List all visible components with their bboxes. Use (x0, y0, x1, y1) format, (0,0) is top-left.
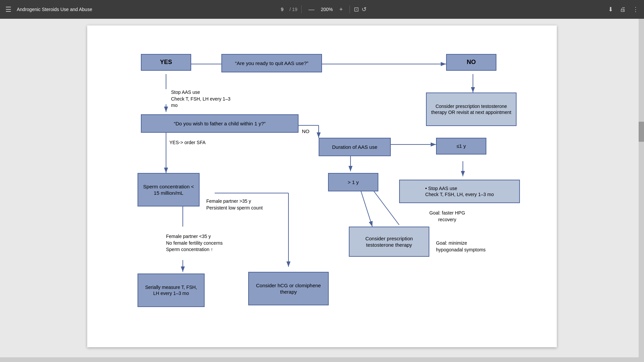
rotate-icon[interactable]: ↺ (362, 6, 367, 13)
no-main-box: NO (446, 54, 496, 71)
pdf-page: YES “Are you ready to quit AAS use?” NO … (87, 25, 557, 347)
question1-box: “Are you ready to quit AAS use?” (221, 54, 322, 72)
goal-minimize-text: Goal: minimize hypogonadal symptoms (436, 240, 496, 253)
gt1y-box: > 1 y (328, 173, 378, 191)
stop-check-box: • Stop AAS use Check T, FSH, LH, every 1… (399, 180, 520, 203)
yes-box: YES (141, 54, 191, 71)
fit-page-icon[interactable]: ⊡ (354, 6, 359, 13)
menu-icon[interactable]: ☰ (5, 5, 11, 13)
yes-sfa-text: YES-> order SFA (169, 139, 206, 146)
more-options-icon[interactable]: ⋮ (633, 6, 639, 13)
scrollbar-right[interactable] (639, 19, 644, 362)
zoom-in-button[interactable]: + (336, 5, 345, 14)
download-icon[interactable]: ⬇ (608, 6, 613, 13)
print-icon[interactable]: 🖨 (620, 6, 626, 13)
consider-rx2-box: Consider prescription testosterone thera… (349, 227, 429, 257)
page-separator: / 19 (289, 7, 297, 12)
document-title: Androgenic Steroids Use and Abuse (17, 7, 92, 12)
le1y-box: ≤1 y (436, 138, 486, 155)
scrollbar-thumb[interactable] (639, 122, 644, 142)
female-gt35-text: Female partner >35 y Persistent low sper… (206, 198, 287, 211)
hcg-box: Consider hCG or clomiphene therapy (248, 272, 329, 305)
zoom-out-button[interactable]: — (306, 5, 317, 14)
separator (301, 5, 302, 13)
separator2 (350, 5, 350, 13)
sperm-conc-box: Sperm concentration < 15 million/mL (138, 173, 200, 206)
consider-rx-box: Consider prescription testosterone thera… (426, 93, 517, 126)
main-content: YES “Are you ready to quit AAS use?” NO … (0, 19, 644, 362)
flowchart: YES “Are you ready to quit AAS use?” NO … (107, 39, 537, 334)
scrollbar-bottom[interactable] (0, 357, 644, 362)
father-question-box: “Do you wish to father a child within 1 … (141, 114, 299, 133)
duration-box: Duration of AAS use (319, 138, 391, 156)
female-lt35-text: Female partner <35 y No female fertility… (166, 233, 247, 253)
page-number-input[interactable] (277, 7, 287, 12)
no-label: NO (302, 128, 310, 135)
zoom-level: 200% (320, 7, 334, 12)
stop-aas-text: Stop AAS use Check T, FSH, LH every 1–3 … (171, 89, 238, 109)
serially-box: Serially measure T, FSH, LH every 1–3 mo (138, 274, 205, 307)
toolbar: ☰ Androgenic Steroids Use and Abuse / 19… (0, 0, 644, 19)
goal-faster-text: Goal: faster HPG recovery (429, 210, 465, 223)
